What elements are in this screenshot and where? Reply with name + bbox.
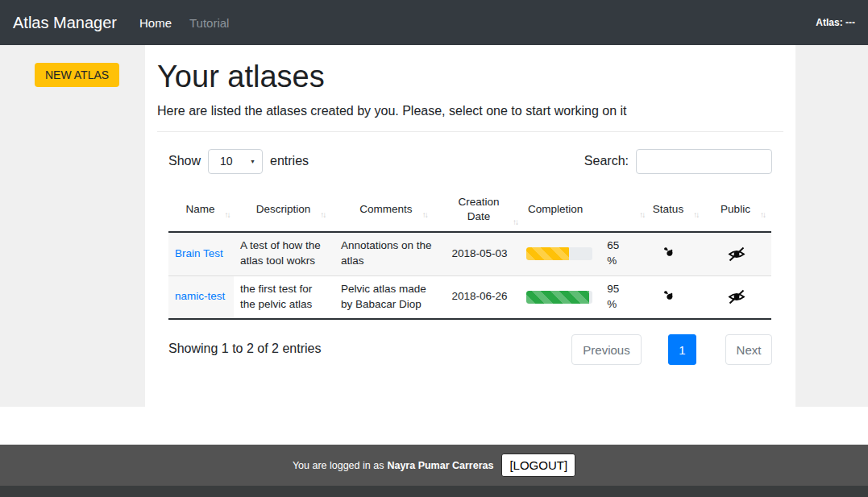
new-atlas-button[interactable]: NEW ATLAS	[35, 63, 119, 87]
atlas-link[interactable]: namic-test	[175, 290, 225, 302]
entries-per-page-value: 10	[209, 155, 233, 168]
top-navbar: Atlas Manager Home Tutorial Atlas: ---	[0, 0, 868, 45]
completion-percent-label: 65 %	[607, 238, 630, 269]
sort-icon: ↑↓	[693, 209, 698, 221]
divider	[157, 131, 783, 132]
column-header-comments[interactable]: Comments↑↓	[334, 188, 439, 232]
sort-icon: ↑↓	[422, 209, 427, 221]
creation-date-cell: 2018-06-26	[439, 275, 520, 319]
column-header-name[interactable]: Name↑↓	[168, 188, 234, 232]
status-cell	[637, 232, 701, 275]
sort-icon: ↑↓	[225, 209, 230, 221]
public-cell	[701, 232, 771, 275]
sort-icon: ↑↓	[513, 217, 517, 228]
table-header-row: Name↑↓ Description↑↓ Comments↑↓ Creation…	[168, 188, 771, 232]
search-input[interactable]	[636, 149, 772, 174]
completion-cell: 65 %	[520, 232, 637, 275]
column-header-public[interactable]: Public↑↓	[701, 188, 771, 232]
left-sidebar	[0, 45, 145, 407]
brand-title[interactable]: Atlas Manager	[13, 14, 117, 32]
pagination: Previous 1 Next	[571, 334, 772, 365]
nav-item-tutorial[interactable]: Tutorial	[189, 16, 229, 30]
comments-cell: Annotations on the atlas	[334, 232, 439, 275]
search-control: Search:	[584, 149, 772, 174]
table-row: Brain Test A test of how the atlas tool …	[168, 232, 771, 275]
working-hand-status-icon	[662, 246, 676, 261]
column-header-creation-date[interactable]: Creation Date↑↓	[439, 188, 520, 232]
search-label: Search:	[584, 154, 629, 168]
column-header-completion[interactable]: Completion↑↓	[520, 188, 637, 232]
atlases-table: Name↑↓ Description↑↓ Comments↑↓ Creation…	[168, 188, 771, 320]
description-cell: the first test for the pelvic atlas	[234, 275, 334, 319]
logged-in-text: You are logged in as	[293, 460, 384, 471]
page-title: Your atlases	[157, 60, 783, 94]
creation-date-cell: 2018-05-03	[439, 232, 520, 275]
atlas-link[interactable]: Brain Test	[175, 247, 223, 259]
entries-label: entries	[270, 154, 309, 168]
current-atlas-status: Atlas: ---	[816, 17, 855, 28]
column-header-description[interactable]: Description↑↓	[234, 188, 334, 232]
page-subtitle: Here are listed the atlases created by y…	[157, 104, 783, 118]
logged-in-user: Nayra Pumar Carreras	[387, 460, 493, 471]
logout-button[interactable]: [LOGOUT]	[501, 454, 575, 477]
eye-slash-icon[interactable]	[727, 289, 746, 304]
eye-slash-icon[interactable]	[727, 246, 746, 262]
right-gutter	[795, 45, 868, 407]
entries-per-page-select[interactable]: 10 ▼	[208, 149, 263, 174]
entries-info: Showing 1 to 2 of 2 entries	[168, 334, 321, 356]
sort-icon: ↑↓	[639, 209, 644, 221]
sort-icon: ↑↓	[320, 209, 325, 221]
show-label: Show	[168, 154, 201, 168]
status-cell	[637, 275, 701, 319]
page-number-button[interactable]: 1	[668, 334, 696, 365]
page-footer: You are logged in as Nayra Pumar Carrera…	[0, 445, 868, 486]
sort-icon: ↑↓	[760, 209, 765, 221]
column-header-status[interactable]: Status↑↓	[637, 188, 701, 232]
progress-bar	[526, 291, 592, 304]
nav-item-home[interactable]: Home	[139, 16, 172, 30]
completion-cell: 95 %	[520, 275, 637, 319]
working-hand-status-icon	[662, 290, 676, 304]
next-page-button[interactable]: Next	[725, 334, 772, 365]
chevron-down-icon: ▼	[250, 159, 255, 164]
description-cell: A test of how the atlas tool wokrs	[234, 232, 334, 275]
footer-bottom-strip	[0, 486, 868, 497]
entries-length-control: Show 10 ▼ entries	[168, 149, 309, 174]
comments-cell: Pelvic atlas made by Babacar Diop	[334, 275, 439, 319]
table-row: namic-test the first test for the pelvic…	[168, 275, 771, 319]
completion-percent-label: 95 %	[607, 282, 630, 313]
public-cell	[701, 275, 771, 319]
previous-page-button[interactable]: Previous	[571, 334, 642, 365]
main-panel: Your atlases Here are listed the atlases…	[145, 45, 795, 407]
progress-bar	[526, 247, 592, 260]
